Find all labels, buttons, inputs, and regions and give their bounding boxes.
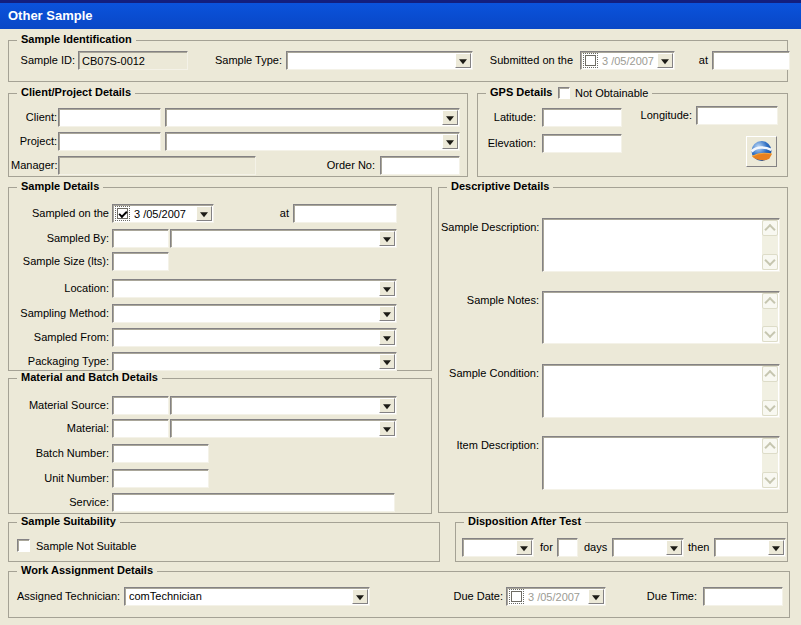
submitted-date-picker[interactable]: 3 /05/2007 <box>580 51 675 70</box>
dropdown-arrow-icon <box>446 116 454 121</box>
scroll-down-icon <box>764 401 775 412</box>
sampled-by-dropdown-button[interactable] <box>379 231 395 246</box>
material-dropdown-button[interactable] <box>379 421 395 436</box>
sampled-by-combo[interactable] <box>170 229 397 248</box>
scroll-up-button[interactable] <box>762 366 778 382</box>
client-combo[interactable] <box>165 108 460 127</box>
sample-not-suitable-checkbox[interactable] <box>17 539 30 552</box>
assigned-technician-dropdown-button[interactable] <box>352 589 368 604</box>
sample-size-field[interactable] <box>112 252 169 271</box>
sample-notes-label: Sample Notes: <box>441 294 539 306</box>
sampled-from-combo[interactable] <box>112 328 397 347</box>
sampled-on-checkbox[interactable] <box>117 208 128 219</box>
project-combo[interactable] <box>165 132 460 151</box>
service-field[interactable] <box>112 493 395 512</box>
scroll-up-button[interactable] <box>762 438 778 454</box>
submitted-date-checkbox[interactable] <box>585 55 596 66</box>
sampled-at-label: at <box>271 207 289 219</box>
dropdown-arrow-icon <box>772 546 780 551</box>
sampling-method-dropdown-button[interactable] <box>379 306 395 321</box>
disposition-days-combo[interactable] <box>612 538 684 557</box>
sampled-on-dropdown-button[interactable] <box>196 206 212 221</box>
scrollbar[interactable] <box>762 220 778 270</box>
submitted-at-field[interactable] <box>712 51 790 70</box>
client-project-group: Client/Project Details Client: Project: … <box>8 93 468 177</box>
scroll-down-button[interactable] <box>762 400 778 416</box>
sampled-by-label: Sampled By: <box>13 232 109 244</box>
sampling-method-combo[interactable] <box>112 304 397 323</box>
group-caption: Disposition After Test <box>464 515 585 527</box>
latitude-field[interactable] <box>542 108 622 127</box>
project-dropdown-button[interactable] <box>442 134 458 149</box>
sample-type-label: Sample Type: <box>204 54 282 66</box>
sampled-on-date-picker[interactable]: 3 /05/2007 <box>112 204 214 223</box>
assigned-technician-value: comTechnician <box>129 590 351 602</box>
not-obtainable-wrap: Not Obtainable <box>554 86 652 100</box>
due-date-picker[interactable]: 3 /05/2007 <box>506 587 606 606</box>
item-description-textarea[interactable] <box>542 436 780 490</box>
days-label: days <box>584 541 607 553</box>
elevation-field[interactable] <box>542 134 622 153</box>
sample-condition-textarea[interactable] <box>542 364 780 418</box>
material-source-label: Material Source: <box>13 399 109 411</box>
due-time-field[interactable] <box>703 587 783 606</box>
sample-description-textarea[interactable] <box>542 218 780 272</box>
material-source-code-field[interactable] <box>112 396 169 415</box>
assigned-technician-combo[interactable]: comTechnician <box>124 587 370 606</box>
batch-number-field[interactable] <box>112 444 209 463</box>
sampling-method-label: Sampling Method: <box>13 307 109 319</box>
dropdown-arrow-icon <box>383 404 391 409</box>
group-caption: Sample Suitability <box>17 515 120 527</box>
dropdown-arrow-icon <box>383 427 391 432</box>
material-source-combo[interactable] <box>170 396 397 415</box>
dropdown-arrow-icon <box>356 595 364 600</box>
scroll-down-button[interactable] <box>762 254 778 270</box>
scrollbar[interactable] <box>762 366 778 416</box>
submitted-on-label: Submitted on the <box>475 54 573 66</box>
scroll-down-button[interactable] <box>762 326 778 342</box>
disposition-action-combo[interactable] <box>462 538 534 557</box>
scroll-down-button[interactable] <box>762 472 778 488</box>
disposition-days-dropdown-button[interactable] <box>666 540 682 555</box>
not-obtainable-checkbox[interactable] <box>558 87 570 99</box>
sample-notes-textarea[interactable] <box>542 291 780 344</box>
scrollbar[interactable] <box>762 438 778 488</box>
sample-description-label: Sample Description: <box>441 221 539 233</box>
longitude-label: Longitude: <box>630 109 692 121</box>
disposition-action-dropdown-button[interactable] <box>516 540 532 555</box>
packaging-type-combo[interactable] <box>112 352 397 371</box>
unit-number-field[interactable] <box>112 469 209 488</box>
location-combo[interactable] <box>112 279 397 298</box>
dropdown-arrow-icon <box>446 140 454 145</box>
packaging-type-dropdown-button[interactable] <box>379 354 395 369</box>
disposition-for-field[interactable] <box>557 538 578 557</box>
project-code-field[interactable] <box>58 132 161 151</box>
sample-type-combo[interactable] <box>286 51 473 70</box>
scrollbar[interactable] <box>762 293 778 342</box>
material-code-field[interactable] <box>112 419 169 438</box>
globe-button[interactable] <box>746 136 777 167</box>
due-date-dropdown-button[interactable] <box>588 589 604 604</box>
sampled-from-dropdown-button[interactable] <box>379 330 395 345</box>
due-date-checkbox[interactable] <box>511 591 522 602</box>
client-dropdown-button[interactable] <box>442 110 458 125</box>
sample-condition-label: Sample Condition: <box>441 367 539 379</box>
client-code-field[interactable] <box>58 108 161 127</box>
sample-type-dropdown-button[interactable] <box>455 53 471 68</box>
longitude-field[interactable] <box>696 106 778 125</box>
order-no-field[interactable] <box>380 156 460 175</box>
location-dropdown-button[interactable] <box>379 281 395 296</box>
disposition-then-combo[interactable] <box>714 538 786 557</box>
then-label: then <box>688 541 709 553</box>
scroll-up-button[interactable] <box>762 220 778 236</box>
submitted-at-label: at <box>690 54 708 66</box>
submitted-date-dropdown-button[interactable] <box>657 53 673 68</box>
sampled-at-field[interactable] <box>293 204 397 223</box>
order-no-label: Order No: <box>315 159 375 171</box>
sample-identification-group: Sample Identification Sample ID: Sample … <box>8 40 788 82</box>
disposition-then-dropdown-button[interactable] <box>768 540 784 555</box>
material-combo[interactable] <box>170 419 397 438</box>
material-source-dropdown-button[interactable] <box>379 398 395 413</box>
scroll-up-button[interactable] <box>762 293 778 309</box>
sampled-by-code-field[interactable] <box>112 229 169 248</box>
